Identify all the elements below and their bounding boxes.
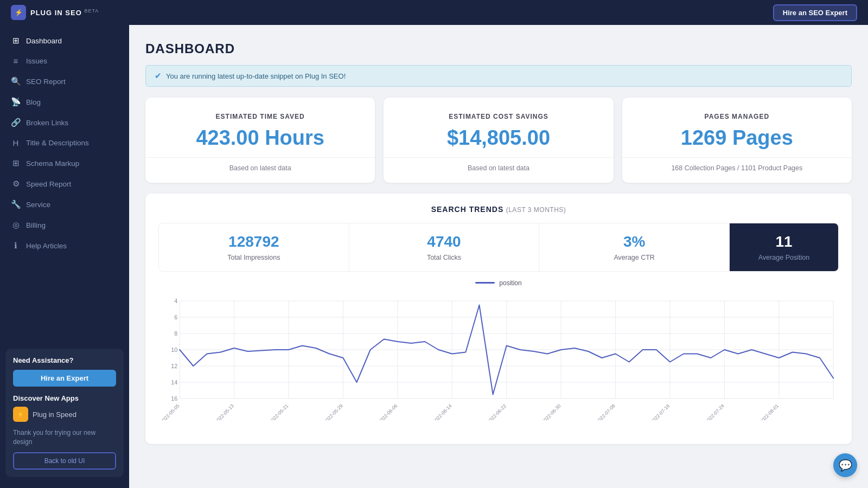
metric-value-0: 128792 (170, 233, 338, 251)
nav-icon-service: 🔧 (11, 200, 21, 209)
page-title: DASHBOARD (145, 41, 852, 56)
trends-section: SEARCH TRENDS (LAST 3 MONTHS) 128792 Tot… (145, 194, 852, 444)
nav-label-blog: Blog (26, 98, 41, 106)
sidebar-item-issues[interactable]: ≡Issues (0, 51, 129, 71)
chat-bubble[interactable]: 💬 (833, 453, 857, 477)
sidebar-item-billing[interactable]: ◎Billing (0, 215, 129, 235)
metric-value-2: 3% (550, 233, 718, 251)
nav-label-schema-markup: Schema Markup (26, 159, 79, 168)
stat-label-2: PAGES MANAGED (639, 113, 835, 120)
nav-label-service: Service (26, 201, 50, 209)
svg-text:2022-05-13: 2022-05-13 (214, 403, 235, 420)
logo-icon: ⚡ (11, 5, 26, 20)
nav-label-dashboard: Dashboard (26, 37, 62, 45)
thank-you-text: Thank you for trying our new design (13, 428, 116, 447)
svg-text:2022-07-24: 2022-07-24 (704, 403, 725, 420)
logo: ⚡ PLUG IN SEO BETA (11, 5, 99, 20)
stats-row: ESTIMATED TIME SAVED 423.00 Hours Based … (145, 98, 852, 183)
sidebar-item-service[interactable]: 🔧Service (0, 194, 129, 215)
trends-title: SEARCH TRENDS (431, 205, 504, 214)
sidebar-item-schema-markup[interactable]: ⊞Schema Markup (0, 153, 129, 174)
position-chart: 468101214162022-05-052022-05-132022-05-2… (158, 290, 839, 420)
stat-label-0: ESTIMATED TIME SAVED (162, 113, 359, 120)
metric-label-3: Average Position (741, 254, 827, 261)
sidebar-item-broken-links[interactable]: 🔗Broken Links (0, 112, 129, 133)
stat-sub-0: Based on latest data (162, 164, 359, 172)
nav-label-issues: Issues (26, 57, 47, 65)
sidebar-item-seo-report[interactable]: 🔍SEO Report (0, 71, 129, 92)
back-to-old-ui-button[interactable]: Back to old UI (13, 452, 116, 470)
metric-cell-3: 11 Average Position (730, 223, 838, 271)
sidebar-item-help-articles[interactable]: ℹHelp Articles (0, 235, 129, 256)
svg-text:16: 16 (171, 395, 177, 402)
sidebar-assistance: Need Assistance? Hire an Expert Discover… (5, 349, 124, 477)
stat-sub-2: 168 Collection Pages / 1101 Product Page… (639, 164, 835, 172)
topbar: ⚡ PLUG IN SEO BETA Hire an SEO Expert (0, 0, 868, 25)
svg-text:2022-05-21: 2022-05-21 (269, 403, 290, 420)
stat-value-2: 1269 Pages (639, 127, 835, 150)
metric-cell-2: 3% Average CTR (539, 223, 730, 271)
main-content: DASHBOARD ✔ You are running latest up-to… (129, 25, 868, 488)
stat-value-0: 423.00 Hours (162, 127, 359, 150)
hire-seo-expert-button[interactable]: Hire an SEO Expert (773, 4, 857, 21)
check-icon: ✔ (155, 71, 162, 81)
legend-line (475, 282, 495, 284)
logo-text: PLUG IN SEO BETA (30, 8, 99, 17)
nav-label-speed-report: Speed Report (26, 180, 71, 188)
metric-label-2: Average CTR (550, 254, 718, 261)
legend-label: position (499, 279, 521, 287)
svg-text:4: 4 (174, 298, 177, 304)
nav-icon-help-articles: ℹ (11, 241, 21, 251)
svg-text:12: 12 (171, 363, 177, 369)
stat-card-2: PAGES MANAGED 1269 Pages 168 Collection … (622, 98, 852, 183)
logo-name: PLUG IN SEO (30, 9, 82, 17)
nav-icon-schema-markup: ⊞ (11, 158, 21, 168)
metric-label-0: Total Impressions (170, 254, 338, 261)
sidebar-item-speed-report[interactable]: ⚙Speed Report (0, 174, 129, 194)
svg-text:2022-05-05: 2022-05-05 (159, 403, 181, 420)
metric-cell-0: 128792 Total Impressions (159, 223, 349, 271)
nav-icon-seo-report: 🔍 (11, 76, 21, 86)
sidebar: ⊞Dashboard≡Issues🔍SEO Report📡Blog🔗Broken… (0, 25, 129, 488)
stat-label-1: ESTIMATED COST SAVINGS (400, 113, 597, 120)
svg-text:2022-06-22: 2022-06-22 (486, 403, 507, 420)
nav-icon-billing: ◎ (11, 220, 21, 230)
svg-text:2022-05-29: 2022-05-29 (323, 403, 344, 420)
svg-text:2022-07-16: 2022-07-16 (650, 403, 671, 420)
stat-card-0: ESTIMATED TIME SAVED 423.00 Hours Based … (145, 98, 375, 183)
chart-area: position 468101214162022-05-052022-05-13… (158, 279, 839, 431)
nav-label-billing: Billing (26, 221, 46, 229)
hire-expert-button[interactable]: Hire an Expert (13, 370, 116, 387)
discover-title: Discover New Apps (13, 394, 116, 402)
svg-text:14: 14 (171, 379, 177, 386)
metrics-row: 128792 Total Impressions 4740 Total Clic… (158, 223, 839, 272)
svg-text:2022-06-14: 2022-06-14 (432, 403, 453, 420)
stat-sub-1: Based on latest data (400, 164, 597, 172)
nav-icon-dashboard: ⊞ (11, 36, 21, 46)
trends-header: SEARCH TRENDS (LAST 3 MONTHS) (158, 204, 839, 214)
nav-icon-issues: ≡ (11, 56, 21, 66)
sidebar-item-dashboard[interactable]: ⊞Dashboard (0, 30, 129, 51)
sidebar-item-blog[interactable]: 📡Blog (0, 92, 129, 112)
chart-legend: position (158, 279, 839, 287)
alert-text: You are running latest up-to-date snippe… (166, 72, 346, 80)
nav-icon-broken-links: 🔗 (11, 118, 21, 127)
nav-label-broken-links: Broken Links (26, 119, 68, 127)
assistance-title: Need Assistance? (13, 356, 116, 364)
app-item: ⚡ Plug in Speed (13, 407, 116, 422)
svg-text:2022-07-08: 2022-07-08 (595, 403, 616, 420)
main-layout: ⊞Dashboard≡Issues🔍SEO Report📡Blog🔗Broken… (0, 25, 868, 488)
app-icon: ⚡ (13, 407, 28, 422)
svg-text:2022-06-30: 2022-06-30 (541, 403, 562, 420)
app-name: Plug in Speed (33, 410, 76, 419)
svg-text:10: 10 (171, 346, 177, 353)
nav-label-seo-report: SEO Report (26, 78, 66, 86)
svg-text:8: 8 (174, 330, 177, 337)
metric-cell-1: 4740 Total Clicks (349, 223, 540, 271)
metric-label-1: Total Clicks (360, 254, 528, 261)
svg-text:2022-06-06: 2022-06-06 (377, 403, 398, 420)
sidebar-item-title-descriptions[interactable]: HTitle & Descriptions (0, 133, 129, 153)
metric-value-3: 11 (741, 233, 827, 251)
stat-card-1: ESTIMATED COST SAVINGS $14,805.00 Based … (384, 98, 613, 183)
nav-icon-blog: 📡 (11, 97, 21, 107)
